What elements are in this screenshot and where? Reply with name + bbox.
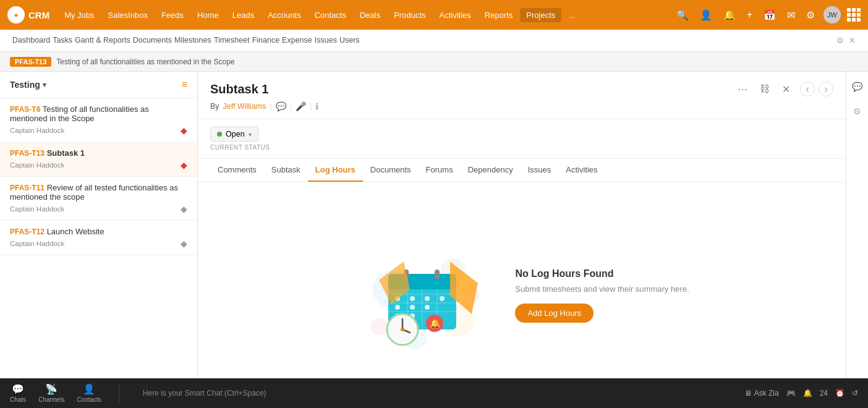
comment-icon[interactable]: 💬 xyxy=(276,101,286,111)
nav-item-deals[interactable]: Deals xyxy=(354,8,386,22)
more-options-icon[interactable]: ⋯ xyxy=(735,82,750,96)
nav-item-contacts[interactable]: Contacts xyxy=(308,8,352,22)
calendar-icon[interactable]: 📅 xyxy=(761,7,778,23)
tab-issues[interactable]: Issues xyxy=(521,159,559,182)
second-nav-dashboard[interactable]: Dashboard xyxy=(12,31,50,51)
sidebar-menu-icon[interactable]: ≡ xyxy=(182,79,187,90)
right-panel-settings-icon[interactable]: ⚙ xyxy=(851,104,864,119)
tab-subtask[interactable]: Subtask xyxy=(264,159,308,182)
author-link[interactable]: Jeff Williams xyxy=(223,102,266,111)
nav-item-my-jobs[interactable]: My Jobs xyxy=(58,8,100,22)
nav-item-activities[interactable]: Activities xyxy=(433,8,477,22)
plus-icon[interactable]: + xyxy=(744,7,755,23)
ask-zia-label: Ask Zia xyxy=(754,389,779,397)
gamepad-icon[interactable]: 🎮 xyxy=(786,389,796,397)
clock-icon[interactable]: ⏰ xyxy=(835,389,845,397)
task-item-pfas-t13[interactable]: PFAS-T13 Subtask 1 Captain Haddock ◆ xyxy=(0,142,197,177)
second-nav-gantt-&-reports[interactable]: Gantt & Reports xyxy=(75,31,130,51)
task-item-pfas-t12[interactable]: PFAS-T12 Launch Website Captain Haddock … xyxy=(0,221,197,255)
task-item-pfas-t11[interactable]: PFAS-T11 Review of all tested functional… xyxy=(0,177,197,221)
nav-item-products[interactable]: Products xyxy=(388,8,432,22)
bottom-bell-icon[interactable]: 🔔 xyxy=(803,389,812,397)
priority-icon: ◆ xyxy=(181,125,187,135)
link-icon[interactable]: ⛓ xyxy=(757,82,772,96)
bottom-contacts[interactable]: 👤 Contacts xyxy=(77,383,101,403)
logo[interactable]: ● CRM xyxy=(7,6,49,23)
next-arrow[interactable]: › xyxy=(819,82,833,96)
priority-icon: ◆ xyxy=(181,204,187,214)
second-nav-issues[interactable]: Issues xyxy=(315,31,337,51)
nav-item-feeds[interactable]: Feeds xyxy=(155,8,190,22)
right-panel-chat-icon[interactable]: 💬 xyxy=(849,79,865,94)
mail-icon[interactable]: ✉ xyxy=(785,7,798,23)
mic-icon[interactable]: 🎤 xyxy=(296,101,306,111)
task-assignee: Captain Haddock xyxy=(10,205,64,213)
second-nav-close[interactable]: ✕ xyxy=(849,36,856,45)
bottom-channels[interactable]: 📡 Channels xyxy=(38,383,64,403)
pagination-arrows: ‹ › xyxy=(800,82,833,96)
counter-24[interactable]: 24 xyxy=(820,389,828,397)
channels-label: Channels xyxy=(38,396,64,403)
second-nav-items: DashboardTasksGantt & ReportsDocumentsMi… xyxy=(12,31,360,51)
task-id: PFAS-T13 xyxy=(10,149,45,158)
refresh-icon[interactable]: ↺ xyxy=(852,389,858,397)
priority-icon: ◆ xyxy=(181,160,187,170)
prev-arrow[interactable]: ‹ xyxy=(800,82,815,96)
logo-icon: ● xyxy=(7,6,25,23)
tabs-bar: CommentsSubtaskLog HoursDocumentsForumsD… xyxy=(198,159,846,182)
nav-item-projects[interactable]: Projects xyxy=(520,8,561,22)
second-nav-tasks[interactable]: Tasks xyxy=(53,31,72,51)
bell-icon[interactable]: 🔔 xyxy=(721,7,738,23)
grid-icon[interactable] xyxy=(847,8,861,22)
no-log-info: No Log Hours Found Submit timesheets and… xyxy=(515,268,689,323)
tab-dependency[interactable]: Dependency xyxy=(461,159,521,182)
avatar[interactable]: JW xyxy=(823,6,841,23)
smart-chat-label[interactable]: Here is your Smart Chat (Ctrl+Space) xyxy=(143,389,266,397)
bottom-right: 🖥 Ask Zia 🎮 🔔 24 ⏰ ↺ xyxy=(744,389,858,397)
svg-point-18 xyxy=(425,296,430,301)
right-panel: 💬 ⚙ ◎ xyxy=(846,72,868,408)
nav-item-home[interactable]: Home xyxy=(191,8,225,22)
tab-activities[interactable]: Activities xyxy=(558,159,605,182)
tab-forums[interactable]: Forums xyxy=(419,159,461,182)
settings-icon[interactable]: ⚙ xyxy=(804,7,817,23)
tab-documents[interactable]: Documents xyxy=(363,159,419,182)
second-nav-timesheet[interactable]: Timesheet xyxy=(214,31,250,51)
nav-item-...[interactable]: ... xyxy=(563,8,582,22)
ask-zia-btn[interactable]: 🖥 Ask Zia xyxy=(744,389,779,397)
status-badge[interactable]: Open ▾ xyxy=(210,127,258,142)
nav-item-leads[interactable]: Leads xyxy=(226,8,260,22)
second-nav-settings[interactable]: ⚙ xyxy=(836,36,844,45)
tab-comments[interactable]: Comments xyxy=(210,159,264,182)
second-nav-finance[interactable]: Finance xyxy=(252,31,279,51)
svg-text:🔔: 🔔 xyxy=(430,318,441,329)
task-id: PFAS-T12 xyxy=(10,227,45,236)
user-icon[interactable]: 👤 xyxy=(697,7,715,23)
nav-item-accounts[interactable]: Accounts xyxy=(262,8,307,22)
nav-items: My JobsSalesInboxFeedsHomeLeadsAccountsC… xyxy=(58,8,582,22)
content-title-row: Subtask 1 ⋯ ⛓ ✕ ‹ › xyxy=(210,82,833,96)
second-nav-milestones[interactable]: Milestones xyxy=(174,31,211,51)
tab-log-hours[interactable]: Log Hours xyxy=(308,159,363,182)
status-chevron: ▾ xyxy=(249,131,252,138)
task-assignee: Captain Haddock xyxy=(10,127,64,134)
status-section: Open ▾ CURRENT STATUS xyxy=(198,119,846,159)
nav-item-reports[interactable]: Reports xyxy=(479,8,519,22)
add-log-hours-button[interactable]: Add Log Hours xyxy=(515,304,594,323)
second-nav-users[interactable]: Users xyxy=(339,31,360,51)
nav-item-salesinbox[interactable]: SalesInbox xyxy=(102,8,154,22)
bottom-chats[interactable]: 💬 Chats xyxy=(10,383,26,403)
task-id: PFAS-T6 xyxy=(10,105,40,114)
tabs-container: CommentsSubtaskLog HoursDocumentsForumsD… xyxy=(210,159,605,182)
second-nav-expense[interactable]: Expense xyxy=(282,31,312,51)
info-icon[interactable]: ℹ xyxy=(315,101,318,111)
sidebar-title[interactable]: Testing ▾ xyxy=(10,80,46,90)
content-area: Subtask 1 ⋯ ⛓ ✕ ‹ › By Jeff Williams | 💬… xyxy=(198,72,846,408)
breadcrumb-tag[interactable]: PFAS-T13 xyxy=(10,57,51,67)
search-icon[interactable]: 🔍 xyxy=(674,7,691,23)
task-item-pfas-t6[interactable]: PFAS-T6 Testing of all functionalities a… xyxy=(0,98,197,142)
svg-point-21 xyxy=(410,305,415,310)
by-row: By Jeff Williams | 💬 | 🎤 | ℹ xyxy=(210,101,833,111)
second-nav-documents[interactable]: Documents xyxy=(133,31,172,51)
close-icon[interactable]: ✕ xyxy=(780,82,793,96)
